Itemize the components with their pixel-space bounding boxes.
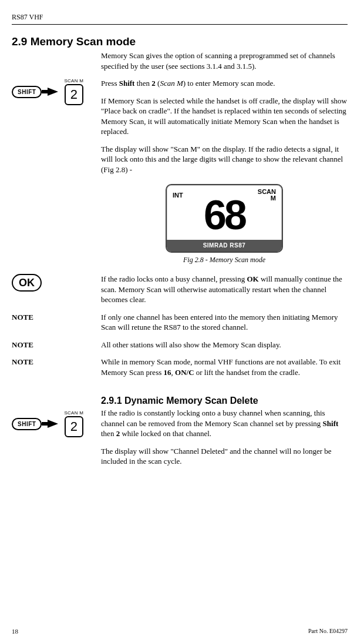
para-display-scanm: The display will show "Scan M" on the di… (101, 144, 348, 175)
note-3: While in memory Scan mode, normal VHF fu… (101, 357, 348, 377)
section-heading: 2.9 Memory Scan mode (12, 35, 348, 48)
running-header: RS87 VHF (12, 13, 348, 22)
lcd-channel-number: 68 (167, 197, 282, 234)
note-2: All other stations will also show the Me… (101, 340, 348, 350)
para-intro: Memory Scan gives the option of scanning… (101, 51, 348, 71)
arrow-right-icon (48, 88, 58, 96)
note-1: If only one channel has been entered int… (101, 312, 348, 333)
key-sequence-shift-2: SHIFT SCAN M 2 (12, 78, 101, 105)
para-channel-deleted: The display will show "Channel Deleted" … (101, 446, 348, 467)
para-ok-continue: If the radio locks onto a busy channel, … (101, 274, 348, 305)
key-2-digit-b: 2 (65, 416, 83, 437)
lcd-int-label: INT (173, 191, 183, 200)
key-2-label: SCAN M (64, 78, 83, 83)
key-2-icon-b: SCAN M 2 (64, 410, 83, 437)
lcd-brand-label: SIMRAD RS87 (167, 240, 282, 252)
lcd-m-label: M (271, 195, 276, 202)
key-2-icon: SCAN M 2 (64, 78, 83, 105)
para-dynamic-delete: If the radio is constantly locking onto … (101, 408, 348, 439)
key-sequence-shift-2-b: SHIFT SCAN M 2 (12, 410, 101, 437)
arrow-right-icon-b (48, 420, 58, 428)
para-press-shift-2: Press Shift then 2 (Scan M) to enter Mem… (101, 78, 348, 89)
shift-key-icon-b: SHIFT (12, 418, 42, 430)
note-label-3: NOTE (12, 357, 101, 367)
shift-key-icon: SHIFT (12, 86, 42, 98)
part-number: Part No. E04297 (308, 628, 348, 635)
ok-key-icon: OK (12, 274, 42, 292)
subsection-heading: 2.9.1 Dynamic Memory Scan Delete (101, 394, 348, 407)
note-label-1: NOTE (12, 312, 101, 322)
header-rule (12, 24, 348, 25)
key-2-digit: 2 (65, 84, 83, 105)
page-number: 18 (12, 628, 18, 635)
note-label-2: NOTE (12, 340, 101, 350)
key-2-label-b: SCAN M (64, 410, 83, 416)
figure-caption: Fig 2.8 - Memory Scan mode (183, 255, 265, 264)
lcd-display-figure: INT SCAN M 68 SIMRAD RS87 (166, 184, 283, 253)
para-off-cradle: If Memory Scan is selected while the han… (101, 96, 348, 137)
